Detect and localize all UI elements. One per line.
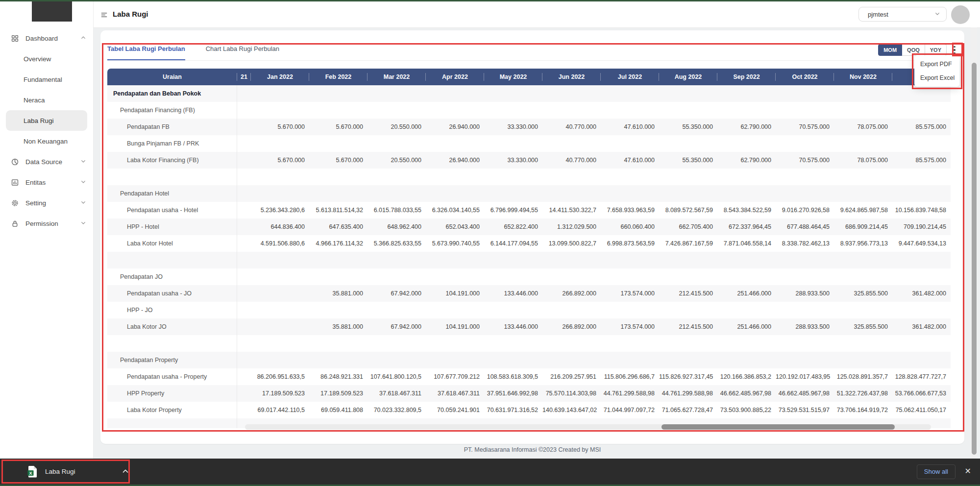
- row-value: 20.550.000: [368, 152, 426, 169]
- row-value: [542, 135, 601, 152]
- kebab-menu-icon[interactable]: [951, 45, 958, 55]
- menu-item-export-excel[interactable]: Export Excel: [914, 71, 959, 85]
- row-value: 662.705.400: [659, 219, 717, 235]
- row-value: 26.940.000: [426, 152, 484, 169]
- row-value: [237, 235, 251, 252]
- row-value: [659, 268, 717, 285]
- row-value: [368, 85, 426, 102]
- downloads-bar: X Laba Rugi Per Peri....xlsx Show all ✕: [0, 459, 980, 485]
- row-value: 35.881.000: [309, 285, 368, 302]
- vertical-scrollbar-thumb[interactable]: [972, 63, 977, 455]
- row-value: [776, 185, 834, 202]
- row-value: 212.415.500: [659, 285, 717, 302]
- row-value: 361.482.000: [892, 285, 951, 302]
- row-value: [776, 352, 834, 368]
- row-value: [426, 268, 484, 285]
- sidebar-item-dashboard[interactable]: Dashboard: [0, 28, 93, 49]
- row-value: 5.670.000: [309, 119, 368, 135]
- row-value: 212.415.500: [659, 318, 717, 335]
- sidebar-item-laba-rugi[interactable]: Laba Rugi: [6, 110, 87, 131]
- row-value: 1.312.029.500: [542, 219, 601, 235]
- user-select-value: pjmtest: [868, 11, 888, 18]
- period-toggle-group: MOMQOQYOY: [878, 44, 947, 55]
- row-label: [107, 252, 237, 268]
- row-value: [368, 352, 426, 368]
- sidebar-item-neraca[interactable]: Neraca: [6, 90, 87, 110]
- row-value: 7.658.933.963,59: [601, 202, 659, 219]
- row-value: 71.044.997.097,72: [601, 402, 659, 418]
- table-row-bunga-pinjaman-fb-prk: Bunga Pinjaman FB / PRK: [107, 135, 951, 152]
- tab-tabel-laba-rugi-perbulan[interactable]: Tabel Laba Rugi Perbulan: [107, 45, 185, 60]
- row-value: [309, 268, 368, 285]
- row-value: [368, 302, 426, 318]
- row-value: [659, 85, 717, 102]
- row-value: 85.575.000: [892, 119, 951, 135]
- sidebar-item-entitas[interactable]: Entitas: [0, 172, 93, 193]
- sidebar-item-data-source[interactable]: Data Source: [0, 151, 93, 172]
- row-value: [426, 335, 484, 352]
- table-row-pendapatan-property: Pendapatan Property: [107, 352, 951, 368]
- row-value: [659, 135, 717, 152]
- row-value: [717, 85, 776, 102]
- sidebar-item-label: Overview: [24, 55, 51, 63]
- row-value: [309, 102, 368, 119]
- row-value: [834, 252, 892, 268]
- user-select[interactable]: pjmtest: [858, 7, 947, 22]
- row-value: 62.790.000: [717, 119, 776, 135]
- sidebar-item-setting[interactable]: Setting: [0, 193, 93, 213]
- row-value: [309, 302, 368, 318]
- menu-item-export-pdf[interactable]: Export PDF: [914, 57, 959, 71]
- tab-chart-laba-rugi-perbulan[interactable]: Chart Laba Rugi Perbulan: [206, 45, 279, 60]
- tabs-row: Tabel Laba Rugi PerbulanChart Laba Rugi …: [107, 45, 948, 61]
- horizontal-scrollbar-thumb[interactable]: [662, 424, 895, 430]
- period-button-mom[interactable]: MOM: [878, 44, 902, 56]
- row-value: 173.574.000: [601, 285, 659, 302]
- sidebar-item-overview[interactable]: Overview: [6, 49, 87, 69]
- row-value: [368, 335, 426, 352]
- row-value: 266.892.000: [542, 318, 601, 335]
- column-header-oct-2022: Oct 2022: [776, 69, 834, 85]
- table-row-pendapatan-usaha-property: Pendapatan usaha - Property86.206.951.63…: [107, 368, 951, 385]
- row-value: 37.951.646.992,98: [484, 385, 542, 402]
- row-label: Pendapatan usaha - Hotel: [107, 202, 237, 219]
- row-value: [426, 185, 484, 202]
- row-label: Pendapatan Financing (FB): [107, 102, 237, 119]
- row-value: 4.591.506.880,6: [251, 235, 309, 252]
- row-value: [892, 169, 951, 185]
- row-label: HPP Property: [107, 385, 237, 402]
- row-value: 86.206.951.633,5: [251, 368, 309, 385]
- row-label: Pendapatan usaha - Property: [107, 368, 237, 385]
- sidebar-item-fundamental[interactable]: Fundamental: [6, 69, 87, 90]
- horizontal-scrollbar[interactable]: [245, 424, 931, 430]
- row-value: [309, 169, 368, 185]
- row-value: 288.933.500: [776, 285, 834, 302]
- row-label: [107, 418, 237, 428]
- row-value: 8.543.384.522,59: [717, 202, 776, 219]
- row-value: [892, 85, 951, 102]
- table-row-hpp-hotel: HPP - Hotel644.836.400647.635.400648.962…: [107, 219, 951, 235]
- close-downloads-icon[interactable]: ✕: [965, 466, 971, 476]
- sidebar-item-label: Neraca: [24, 97, 45, 104]
- chevron-up-icon[interactable]: [122, 467, 129, 475]
- sidebar-item-non-keuangan[interactable]: Non Keuangan: [6, 131, 87, 151]
- column-header-21: 21: [237, 69, 251, 85]
- sidebar-item-permission[interactable]: Permission: [0, 213, 93, 234]
- row-value: [717, 335, 776, 352]
- row-value: 5.236.343.280,6: [251, 202, 309, 219]
- row-value: [484, 102, 542, 119]
- row-value: 133.446.000: [484, 318, 542, 335]
- table-row-pendapatan-jo: Pendapatan JO: [107, 268, 951, 285]
- avatar[interactable]: [951, 5, 970, 24]
- table-row-pendapatan-usaha-jo: Pendapatan usaha - JO35.881.00067.942.00…: [107, 285, 951, 302]
- page-title: Laba Rugi: [113, 10, 148, 18]
- row-value: [368, 268, 426, 285]
- period-button-yoy[interactable]: YOY: [925, 44, 947, 56]
- row-value: [237, 219, 251, 235]
- row-value: 75.062.411.050,17: [892, 402, 951, 418]
- vertical-scrollbar[interactable]: [971, 27, 977, 459]
- period-button-qoq[interactable]: QOQ: [902, 44, 925, 56]
- row-value: [251, 185, 309, 202]
- show-all-button[interactable]: Show all: [917, 464, 956, 479]
- row-value: [237, 185, 251, 202]
- row-value: 5.613.811.514,32: [309, 202, 368, 219]
